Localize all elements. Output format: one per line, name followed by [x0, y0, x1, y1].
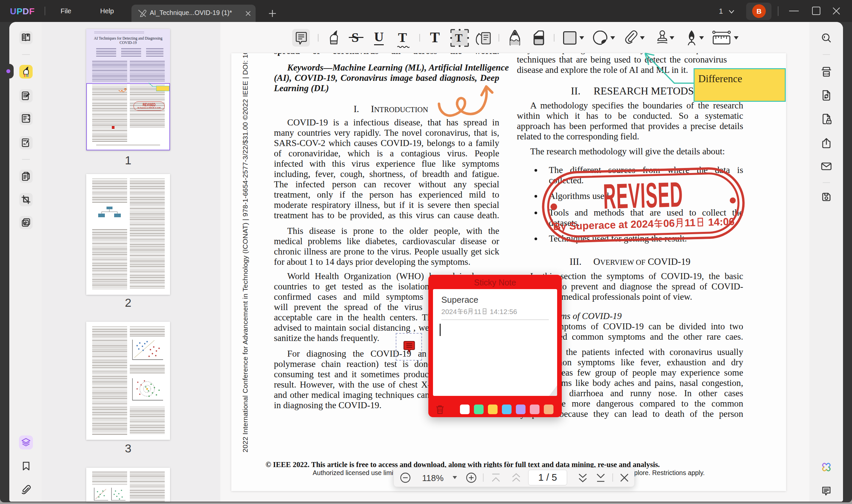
svg-text:OCR: OCR [823, 73, 829, 75]
